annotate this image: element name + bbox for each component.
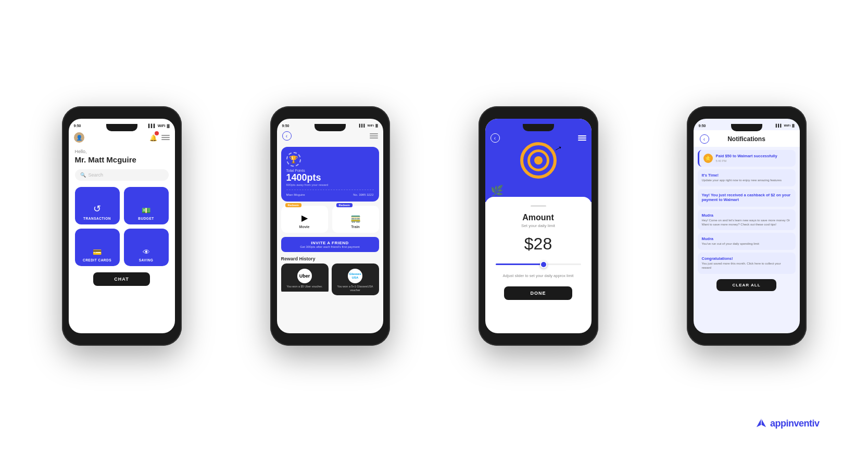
status-time-4: 9:50 <box>699 124 706 128</box>
notif-2-body: Update your app right now to enjoy new a… <box>702 179 791 183</box>
notif-4-title: Mudra <box>702 213 791 218</box>
amount-header: ‹ → 🌿 <box>485 119 592 202</box>
done-button[interactable]: DONE <box>504 286 572 300</box>
user-name: Mr. Matt Mcguire <box>75 155 169 164</box>
brand-name-text: appinventiv <box>770 418 820 429</box>
wifi-icon-4: WiFi <box>784 124 791 127</box>
uber-logo: Uber <box>297 269 312 283</box>
status-time-1: 9:50 <box>74 124 81 128</box>
target-inner-ring <box>527 149 549 171</box>
tile-credit-cards[interactable]: 💳 CREDIT CARDS <box>75 229 120 266</box>
notif-6-body: You just saved more this month. Click he… <box>702 262 791 270</box>
notif-5-body: You've run out of your daily spending li… <box>702 242 791 246</box>
uber-desc: You won a $5 Uber voucher. <box>287 285 323 288</box>
tile-saving-label: SAVING <box>139 258 153 262</box>
search-bar[interactable]: 🔍 Search <box>75 169 169 181</box>
tile-budget[interactable]: 💵 BUDGET <box>124 187 169 224</box>
phone-3: ‹ → 🌿 <box>479 106 598 346</box>
notif-1-content: Paid $50 to Walmart successfully 5:40 PM <box>716 154 777 163</box>
chat-button[interactable]: CHAT <box>93 272 149 286</box>
greeting-label: Hello, <box>75 149 169 154</box>
wifi-icon: WiFi <box>158 124 166 128</box>
phone-3-notch <box>523 124 554 131</box>
glasses-desc: You won a 5+1 GlassesUSA voucher <box>335 285 376 292</box>
target-outer-ring <box>520 142 557 179</box>
menu-icon-3[interactable] <box>578 135 586 141</box>
invite-sub: Get 300pts after each friend's first pay… <box>285 245 375 248</box>
phone-2: 9:50 ▌▌▌ WiFi ▓ ‹ 🏆 Total Points <box>270 106 390 346</box>
glasses-logo: Glasses USA <box>348 269 362 283</box>
phone-2-topnav: ‹ <box>277 130 383 143</box>
back-button-2[interactable]: ‹ <box>282 131 292 141</box>
glasses-header: Glasses USA You won a 5+1 GlassesUSA vou… <box>332 263 379 295</box>
avatar: 👤 <box>74 132 84 143</box>
history-glasses: Glasses USA You won a 5+1 GlassesUSA vou… <box>332 263 379 295</box>
amount-subtitle: Set your daily limit <box>521 223 555 228</box>
appinventiv-logo-icon <box>756 418 767 429</box>
notification-item-4: Mudra Hey! Come on and let's learn new w… <box>698 209 796 231</box>
notif-1-time: 5:40 PM <box>716 159 777 162</box>
menu-dot-2 <box>161 137 170 138</box>
notifications-list: ⭐ Paid $50 to Walmart successfully 5:40 … <box>694 147 800 277</box>
phone-3-screen: ‹ → 🌿 <box>485 119 592 333</box>
budget-icon: 💵 <box>142 206 150 215</box>
battery-icon-2: ▓ <box>375 124 378 127</box>
tile-saving[interactable]: 👁 SAVING <box>124 229 169 266</box>
menu-icon[interactable] <box>161 135 170 140</box>
invite-button[interactable]: INVITE A FRIEND Get 300pts after each fr… <box>281 237 379 252</box>
uber-header: Uber You won a $5 Uber voucher. <box>281 263 329 292</box>
notification-item-1: ⭐ Paid $50 to Walmart successfully 5:40 … <box>698 150 796 167</box>
notif-1-title: Paid $50 to Walmart successfully <box>716 154 777 158</box>
target-center <box>534 156 543 165</box>
target-graphic: → <box>518 140 559 181</box>
back-button-3[interactable]: ‹ <box>490 133 500 143</box>
tile-budget-label: BUDGET <box>138 217 154 220</box>
wifi-icon-2: WiFi <box>368 124 374 127</box>
total-points-label: Total Points <box>286 169 374 172</box>
tile-transaction-label: TRANSACTION <box>83 217 111 220</box>
clear-all-button[interactable]: CLEAR ALL <box>716 279 776 291</box>
reward-history-list: Uber You won a $5 Uber voucher. Glasses … <box>281 263 379 295</box>
signal-icon-4: ▌▌▌ <box>776 124 783 127</box>
daily-limit-slider[interactable] <box>496 260 581 268</box>
signal-icon: ▌▌▌ <box>148 124 156 128</box>
notif-icon-1: ⭐ <box>703 154 713 163</box>
menu-dot-3 <box>161 139 170 140</box>
notification-icon-wrap[interactable]: 🔔 <box>149 133 157 142</box>
drag-handle <box>531 205 546 207</box>
saving-icon: 👁 <box>143 248 150 256</box>
back-button-4[interactable]: ‹ <box>700 134 709 144</box>
notif-5-title: Mudra <box>702 236 791 241</box>
phone-1-screen: 9:50 ▌▌▌ WiFi ▓ 👤 🔔 <box>69 119 175 333</box>
menu-icon-2[interactable] <box>370 133 378 139</box>
rewards-header: 🏆 Total Points 1400pts 600pts away from … <box>281 147 379 202</box>
search-placeholder: Search <box>89 172 104 178</box>
notification-item-2: It's Time! Update your app right now to … <box>698 169 796 186</box>
notif-4-body: Hey! Come on and let's learn new ways to… <box>702 219 791 227</box>
tile-transaction[interactable]: ↺ TRANSACTION <box>75 187 120 224</box>
notification-item-3: Yay! You just received a cashback of $2 … <box>698 189 796 207</box>
status-icons-2: ▌▌▌ WiFi ▓ <box>359 124 378 127</box>
battery-icon-4: ▓ <box>792 124 794 127</box>
phone-1-content: Hello, Mr. Matt Mcguire 🔍 Search ↺ TRANS… <box>69 145 175 290</box>
history-uber: Uber You won a $5 Uber voucher. <box>281 263 329 295</box>
phone-1-notch <box>106 124 137 131</box>
phone-2-screen: 9:50 ▌▌▌ WiFi ▓ ‹ 🏆 Total Points <box>277 119 383 333</box>
battery-icon: ▓ <box>167 124 169 128</box>
redeem-train-card[interactable]: Redeem 🚃 Train <box>332 206 379 233</box>
phone-4-notch <box>731 124 762 131</box>
card-name: Mian Mcguire <box>286 193 305 196</box>
redeem-train-name: Train <box>351 225 360 229</box>
card-number: No. 3985 3222 <box>353 193 373 196</box>
menu-dot-1 <box>161 135 170 136</box>
notification-badge <box>155 131 159 135</box>
redeem-movie-name: Movie <box>299 225 310 229</box>
feature-grid: ↺ TRANSACTION 💵 BUDGET 💳 CREDIT CARDS 👁 … <box>75 187 169 266</box>
redeem-movie-card[interactable]: Redeem ▶ Movie <box>281 206 328 233</box>
notif-6-title: Congratulations! <box>702 256 791 261</box>
phone-1-nav: 👤 🔔 <box>69 130 175 145</box>
phone-4: 9:50 ▌▌▌ WiFi ▓ ‹ Notifications ⭐ Paid $ <box>687 106 807 346</box>
notif-3-title: Yay! You just received a cashback of $2 … <box>702 193 791 202</box>
card-strip: Mian Mcguire No. 3985 3222 <box>286 190 374 196</box>
redeem-train-badge: Redeem <box>336 203 353 207</box>
